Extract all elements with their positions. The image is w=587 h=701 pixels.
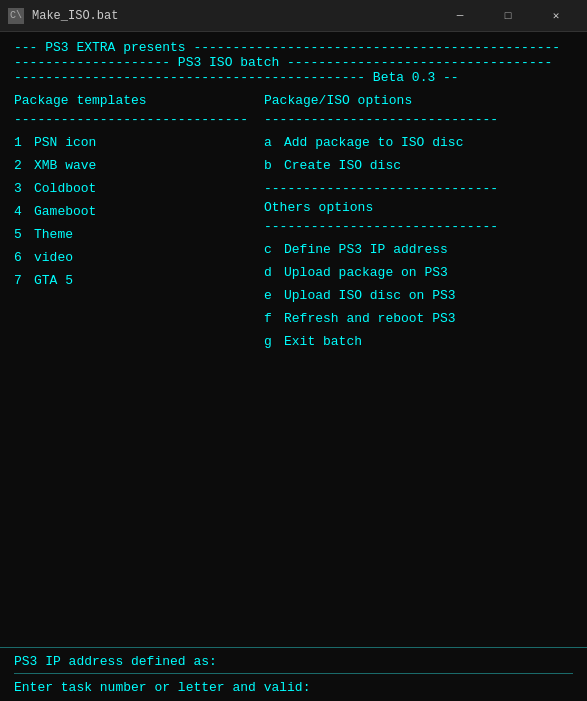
window-controls: ─ □ ✕ xyxy=(437,0,579,32)
right-desc-g: Exit batch xyxy=(284,334,573,349)
right-item-e: e Upload ISO disc on PS3 xyxy=(264,288,573,303)
menu-label-1: PSN icon xyxy=(34,135,264,150)
right-key-c: c xyxy=(264,242,284,257)
right-desc-a: Add package to ISO disc xyxy=(284,135,573,150)
others-header: Others options xyxy=(264,200,573,215)
menu-label-3: Coldboot xyxy=(34,181,264,196)
right-column: Package/ISO options --------------------… xyxy=(264,93,573,357)
window-title: Make_ISO.bat xyxy=(32,9,437,23)
right-key-g: g xyxy=(264,334,284,349)
header-line3: ----------------------------------------… xyxy=(14,70,573,85)
right-col-divider2: ------------------------------ xyxy=(264,181,573,196)
menu-label-5: Theme xyxy=(34,227,264,242)
menu-num-5: 5 xyxy=(14,227,34,242)
right-item-a: a Add package to ISO disc xyxy=(264,135,573,150)
menu-label-2: XMB wave xyxy=(34,158,264,173)
menu-label-6: video xyxy=(34,250,264,265)
right-item-g: g Exit batch xyxy=(264,334,573,349)
input-prompt[interactable]: Enter task number or letter and valid: xyxy=(14,673,573,701)
right-key-a: a xyxy=(264,135,284,150)
maximize-button[interactable]: □ xyxy=(485,0,531,32)
right-item-f: f Refresh and reboot PS3 xyxy=(264,311,573,326)
left-column-header: Package templates xyxy=(14,93,264,108)
right-key-b: b xyxy=(264,158,284,173)
window: C\ Make_ISO.bat ─ □ ✕ --- PS3 EXTRA pres… xyxy=(0,0,587,701)
right-col-divider1: ------------------------------ xyxy=(264,112,573,127)
menu-num-6: 6 xyxy=(14,250,34,265)
menu-label-7: GTA 5 xyxy=(34,273,264,288)
menu-item-6: 6 video xyxy=(14,250,264,265)
title-bar: C\ Make_ISO.bat ─ □ ✕ xyxy=(0,0,587,32)
menu-item-2: 2 XMB wave xyxy=(14,158,264,173)
right-key-d: d xyxy=(264,265,284,280)
menu-item-5: 5 Theme xyxy=(14,227,264,242)
right-desc-f: Refresh and reboot PS3 xyxy=(284,311,573,326)
right-column-header: Package/ISO options xyxy=(264,93,573,108)
menu-item-1: 1 PSN icon xyxy=(14,135,264,150)
status-bar: PS3 IP address defined as: Enter task nu… xyxy=(0,647,587,701)
right-item-c: c Define PS3 IP address xyxy=(264,242,573,257)
right-desc-d: Upload package on PS3 xyxy=(284,265,573,280)
console-content: --- PS3 EXTRA presents -----------------… xyxy=(0,32,587,647)
close-button[interactable]: ✕ xyxy=(533,0,579,32)
right-desc-b: Create ISO disc xyxy=(284,158,573,173)
right-desc-e: Upload ISO disc on PS3 xyxy=(284,288,573,303)
menu-item-4: 4 Gameboot xyxy=(14,204,264,219)
menu-num-1: 1 xyxy=(14,135,34,150)
right-item-d: d Upload package on PS3 xyxy=(264,265,573,280)
header-line2: -------------------- PS3 ISO batch -----… xyxy=(14,55,573,70)
window-icon: C\ xyxy=(8,8,24,24)
menu-num-7: 7 xyxy=(14,273,34,288)
left-col-divider: ------------------------------ xyxy=(14,112,264,127)
right-desc-c: Define PS3 IP address xyxy=(284,242,573,257)
right-col-divider3: ------------------------------ xyxy=(264,219,573,234)
main-columns: Package templates ----------------------… xyxy=(14,93,573,357)
menu-num-3: 3 xyxy=(14,181,34,196)
minimize-button[interactable]: ─ xyxy=(437,0,483,32)
menu-label-4: Gameboot xyxy=(34,204,264,219)
menu-num-4: 4 xyxy=(14,204,34,219)
ip-status: PS3 IP address defined as: xyxy=(14,654,573,669)
right-key-e: e xyxy=(264,288,284,303)
menu-item-3: 3 Coldboot xyxy=(14,181,264,196)
header-line1: --- PS3 EXTRA presents -----------------… xyxy=(14,40,573,55)
right-key-f: f xyxy=(264,311,284,326)
menu-num-2: 2 xyxy=(14,158,34,173)
right-item-b: b Create ISO disc xyxy=(264,158,573,173)
menu-item-7: 7 GTA 5 xyxy=(14,273,264,288)
left-column: Package templates ----------------------… xyxy=(14,93,264,357)
